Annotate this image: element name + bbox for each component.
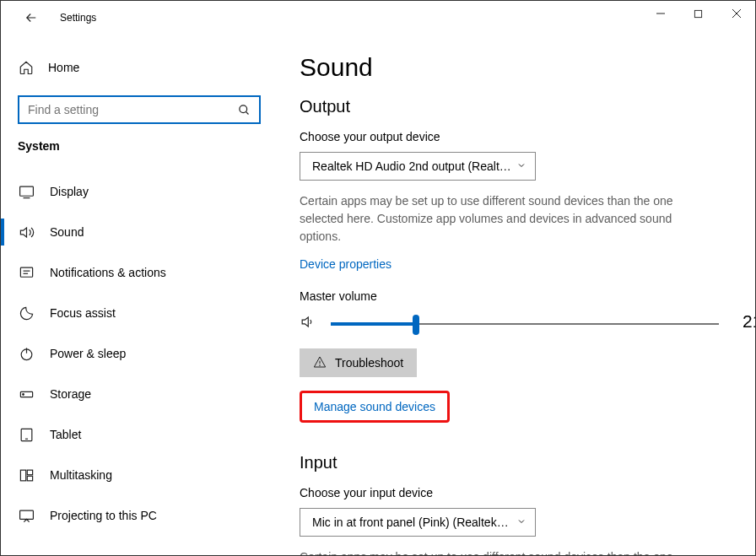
- window-controls: [641, 1, 755, 26]
- manage-sound-devices-link[interactable]: Manage sound devices: [314, 400, 435, 413]
- sidebar-item-label: Projecting to this PC: [50, 509, 157, 522]
- minimize-icon: [656, 8, 666, 19]
- search-box[interactable]: [18, 95, 261, 124]
- input-heading: Input: [300, 453, 733, 472]
- home-button[interactable]: Home: [18, 51, 261, 84]
- sidebar-item-tablet[interactable]: Tablet: [18, 414, 261, 455]
- multitasking-icon: [18, 467, 35, 483]
- output-device-dropdown[interactable]: Realtek HD Audio 2nd output (Realt…: [300, 152, 536, 181]
- volume-slider[interactable]: [331, 318, 719, 325]
- home-label: Home: [48, 61, 79, 74]
- sidebar-item-focus[interactable]: Focus assist: [18, 293, 261, 333]
- sidebar-item-label: Storage: [50, 387, 91, 401]
- svg-rect-1: [694, 10, 701, 17]
- svg-point-4: [239, 105, 246, 112]
- sidebar-item-notifications[interactable]: Notifications & actions: [18, 252, 261, 293]
- volume-row: 21: [300, 311, 733, 332]
- sidebar-item-label: Focus assist: [50, 306, 116, 320]
- svg-rect-18: [27, 470, 32, 475]
- svg-rect-20: [19, 510, 33, 519]
- input-device-dropdown[interactable]: Mic in at front panel (Pink) (Realtek…: [300, 508, 536, 537]
- tablet-icon: [18, 426, 35, 443]
- output-hint: Certain apps may be set up to use differ…: [300, 192, 696, 246]
- sidebar-item-projecting[interactable]: Projecting to this PC: [18, 495, 261, 536]
- power-icon: [18, 345, 35, 362]
- maximize-button[interactable]: [679, 1, 717, 26]
- projecting-icon: [18, 507, 35, 524]
- sound-icon: [18, 224, 35, 240]
- svg-rect-8: [20, 267, 32, 277]
- sidebar-item-label: Multitasking: [50, 468, 112, 482]
- output-device-value: Realtek HD Audio 2nd output (Realt…: [312, 159, 511, 173]
- storage-icon: [18, 386, 35, 402]
- minimize-button[interactable]: [641, 1, 679, 26]
- chevron-down-icon: [516, 159, 526, 173]
- sidebar-item-display[interactable]: Display: [18, 171, 261, 212]
- page-title: Sound: [300, 53, 733, 82]
- svg-rect-17: [20, 470, 25, 481]
- sidebar-item-multitasking[interactable]: Multitasking: [18, 455, 261, 495]
- svg-rect-6: [19, 186, 33, 196]
- svg-point-14: [22, 393, 24, 395]
- sidebar-item-label: Power & sleep: [50, 347, 126, 360]
- close-button[interactable]: [717, 1, 755, 26]
- master-volume-label: Master volume: [300, 289, 733, 303]
- back-button[interactable]: [18, 4, 45, 31]
- svg-rect-19: [27, 476, 32, 481]
- troubleshoot-label: Troubleshoot: [335, 356, 403, 370]
- svg-point-22: [320, 364, 321, 365]
- sidebar-item-power[interactable]: Power & sleep: [18, 333, 261, 374]
- focus-icon: [18, 305, 35, 321]
- chevron-down-icon: [516, 516, 526, 529]
- home-icon: [18, 59, 35, 76]
- input-hint: Certain apps may be set up to use differ…: [300, 548, 696, 555]
- output-heading: Output: [300, 97, 733, 116]
- sidebar-item-sound[interactable]: Sound: [18, 212, 261, 252]
- main-content: Sound Output Choose your output device R…: [278, 35, 755, 555]
- sidebar-item-label: Notifications & actions: [50, 266, 166, 279]
- display-icon: [18, 183, 35, 200]
- window-title: Settings: [60, 12, 96, 24]
- warning-icon: [313, 355, 327, 371]
- sidebar-item-label: Sound: [50, 225, 84, 239]
- sidebar-item-storage[interactable]: Storage: [18, 374, 261, 414]
- maximize-icon: [694, 9, 703, 19]
- volume-value: 21: [742, 311, 755, 332]
- highlight-annotation: Manage sound devices: [300, 391, 450, 423]
- close-icon: [732, 8, 742, 19]
- notifications-icon: [18, 264, 35, 281]
- category-label: System: [18, 139, 261, 153]
- sidebar-item-label: Tablet: [50, 428, 81, 441]
- input-device-value: Mic in at front panel (Pink) (Realtek…: [312, 516, 509, 529]
- search-icon: [235, 101, 252, 118]
- volume-icon[interactable]: [300, 313, 316, 330]
- troubleshoot-button[interactable]: Troubleshoot: [300, 348, 417, 377]
- input-choose-label: Choose your input device: [300, 486, 733, 499]
- search-input[interactable]: [26, 102, 235, 117]
- svg-line-5: [246, 111, 248, 114]
- device-properties-link[interactable]: Device properties: [300, 257, 392, 271]
- titlebar: Settings: [1, 1, 755, 35]
- sidebar-item-label: Display: [50, 185, 89, 198]
- output-choose-label: Choose your output device: [300, 130, 733, 143]
- sidebar: Home System Display Sound Notifications …: [1, 35, 278, 555]
- arrow-left-icon: [24, 10, 39, 25]
